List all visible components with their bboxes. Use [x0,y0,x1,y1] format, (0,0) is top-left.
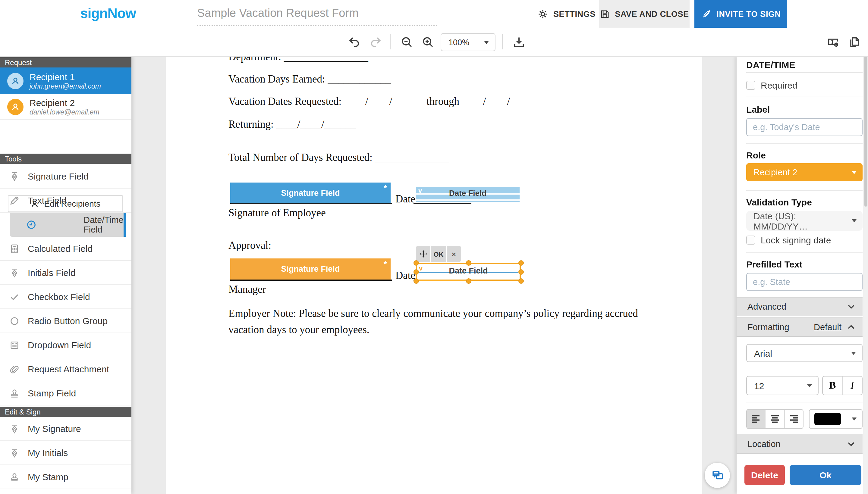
font-family-value: Arial [754,348,851,358]
bold-button[interactable]: B [823,377,842,395]
recipient-2-item[interactable]: Recipient 2 daniel.lowe@email.em [0,94,131,120]
zoom-in-icon[interactable] [421,36,435,49]
sidebar-item-stamp-field[interactable]: Stamp Field [0,381,131,405]
text-align-group [746,409,804,429]
undo-icon[interactable] [348,36,361,49]
required-asterisk: * [384,183,387,193]
align-center-button[interactable] [765,410,784,428]
align-left-button[interactable] [747,410,765,428]
date-field-recipient1[interactable]: v Date Field [416,187,520,202]
chat-fab-button[interactable] [705,463,730,488]
role-value: Recipient 2 [754,168,852,177]
save-and-close-button[interactable]: SAVE AND CLOSE [599,0,689,28]
validation-type-dropdown[interactable]: Date (US): MM/DD/YY… [746,211,863,231]
recipient-1-item[interactable]: Recipient 1 john.green@email.com [0,68,131,94]
sidebar-item-label: My Signature [28,423,81,434]
chevron-down-icon [848,441,855,446]
advanced-accordion[interactable]: Advanced [737,297,863,316]
formatting-accordion[interactable]: Formatting Default [737,317,863,337]
resize-handle[interactable] [518,278,524,284]
lock-signing-date-checkbox[interactable] [746,235,755,245]
app-header: signNow Sample Vacation Request Form SET… [0,0,868,28]
signnow-logo: signNow [80,5,136,22]
sidebar-item-checkbox-field[interactable]: Checkbox Field [0,285,131,309]
date-field-label: Date Field [417,266,520,275]
font-color-dropdown[interactable] [809,409,863,429]
resize-handle[interactable] [518,260,524,266]
sidebar-item-request-attachment[interactable]: Request Attachment [0,357,131,381]
sidebar-item-dropdown-field[interactable]: Dropdown Field [0,333,131,357]
align-right-button[interactable] [784,410,803,428]
ok-button[interactable]: Ok [790,465,861,485]
signnow-editor: signNow Sample Vacation Request Form SET… [0,0,868,494]
tools-section-header: Tools [0,154,131,164]
feather-icon [701,8,712,19]
stamp-icon [9,388,20,399]
gear-icon [537,8,549,20]
delete-button[interactable]: Delete [744,465,785,485]
sidebar-item-my-stamp[interactable]: My Stamp [0,465,131,489]
resize-handle[interactable] [518,269,524,275]
label-label: Label [746,104,770,114]
field-settings-icon[interactable] [826,36,840,49]
chat-icon [710,469,724,482]
resize-handle[interactable] [466,260,472,266]
resize-handle[interactable] [413,278,419,284]
invite-to-sign-label: INVITE TO SIGN [716,10,781,18]
signature-line [230,280,392,281]
field-close-button[interactable]: × [447,246,461,262]
italic-button[interactable]: I [842,377,862,395]
location-accordion[interactable]: Location [737,434,863,454]
sidebar-item-my-signature[interactable]: My Signature [0,417,131,441]
move-field-button[interactable] [416,246,430,262]
signature-field-recipient2[interactable]: Signature Field * [230,259,391,280]
sidebar-item-signature-field[interactable]: Signature Field [0,165,131,189]
download-icon[interactable] [512,36,525,49]
sidebar-item-label: Text Field [28,195,66,205]
pages-icon[interactable] [848,36,861,49]
sidebar-item-calculated-field[interactable]: Calculated Field [0,237,131,261]
document-page[interactable]: Department: ________________ Vacation Da… [166,56,702,494]
pen-nib-icon [9,447,20,458]
resize-handle[interactable] [466,278,472,284]
resize-handle[interactable] [413,269,419,275]
settings-label: SETTINGS [553,10,595,18]
sidebar-item-my-initials[interactable]: My Initials [0,441,131,465]
required-checkbox[interactable] [746,81,755,90]
sidebar-item-radio-button-group[interactable]: Radio Button Group [0,309,131,333]
sidebar-item-label: Request Attachment [28,364,109,374]
validation-type-label: Validation Type [746,197,812,207]
resize-handle[interactable] [413,260,419,266]
signature-field-recipient1[interactable]: Signature Field * [230,183,391,203]
invite-to-sign-button[interactable]: INVITE TO SIGN [695,0,787,28]
settings-button[interactable]: SETTINGS [537,0,595,28]
font-size-dropdown[interactable]: 12 [746,376,818,395]
sidebar-item-initials-field[interactable]: Initials Field [0,261,131,285]
prefilled-text-input[interactable] [746,273,863,291]
sidebar-item-text-field[interactable]: Text Field [0,189,131,213]
chevron-down-icon [852,417,856,420]
redo-icon[interactable] [369,36,382,49]
font-family-dropdown[interactable]: Arial [746,344,863,362]
zoom-out-icon[interactable] [400,36,413,49]
doc-line-dates-requested: Vacation Dates Requested: ____/____/____… [228,95,541,108]
field-ok-button[interactable]: OK [431,246,446,262]
doc-date-label: Date [395,269,415,282]
zoom-level-dropdown[interactable]: 100% [441,33,496,51]
divider [746,402,863,402]
left-sidebar: Request Recipient 1 john.green@email.com… [0,56,131,494]
formatting-default-link[interactable]: Default [814,322,842,331]
stamp-icon [9,471,20,482]
panel-scrollbar-thumb[interactable] [864,56,867,207]
sidebar-item-datetime-field[interactable]: Date/Time Field [10,213,126,237]
required-asterisk: * [384,259,387,269]
pen-nib-icon [9,423,20,434]
date-field-line [416,200,520,200]
doc-line-returning: Returning: ____/____/______ [228,118,356,131]
sidebar-item-label: Initials Field [28,267,75,278]
edit-sign-section-header: Edit & Sign [0,407,131,417]
pen-nib-icon [9,267,20,278]
role-dropdown[interactable]: Recipient 2 [746,163,863,181]
label-input[interactable] [746,118,863,136]
document-title-input[interactable]: Sample Vacation Request Form [197,7,359,20]
